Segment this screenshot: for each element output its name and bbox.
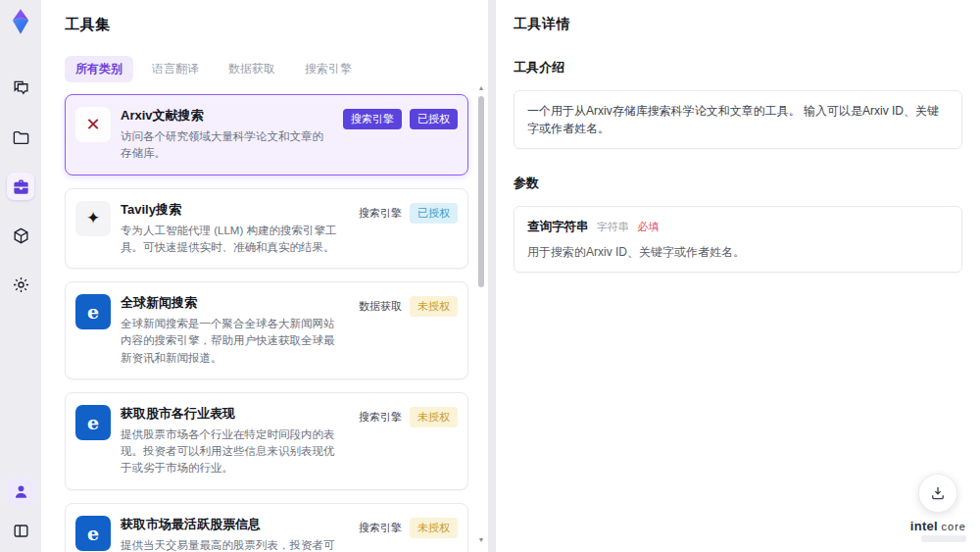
app-window: 工具集 所有类别 语言翻译 数据获取 搜索引擎 ✕ Arxiv文献搜索 访问各个… xyxy=(0,0,980,552)
tool-name: 全球新闻搜索 xyxy=(121,294,349,312)
category-badge: 搜索引擎 xyxy=(359,518,402,538)
tab-language-translation[interactable]: 语言翻译 xyxy=(141,56,210,82)
toolbox-icon[interactable] xyxy=(7,173,34,200)
tool-description: 全球新闻搜索是一个聚合全球各大新闻网站内容的搜索引擎，帮助用户快速获取全球最新资… xyxy=(121,316,349,367)
tool-card-sector-performance[interactable]: e 获取股市各行业表现 提供股票市场各个行业在特定时间段内的表现。投资者可以利用… xyxy=(65,392,468,490)
chat-icon[interactable] xyxy=(7,75,34,102)
param-type: 字符串 xyxy=(597,221,629,232)
param-name: 查询字符串 xyxy=(527,220,589,233)
param-required-badge: 必填 xyxy=(637,221,659,232)
stock-blue-icon: e xyxy=(75,405,111,440)
news-blue-icon: e xyxy=(75,294,111,329)
gear-icon[interactable] xyxy=(7,271,34,298)
tool-description: 专为人工智能代理 (LLM) 构建的搜索引擎工具。可快速提供实时、准确和真实的结… xyxy=(121,223,349,257)
intel-core-logo: intel core xyxy=(910,519,966,533)
tool-name: Tavily搜索 xyxy=(121,201,349,219)
param-box: 查询字符串 字符串 必填 用于搜索的Arxiv ID、关键字或作者姓名。 xyxy=(514,206,962,273)
corner-widgets: intel core xyxy=(910,474,966,542)
download-button[interactable] xyxy=(918,474,957,513)
auth-badge: 未授权 xyxy=(410,296,458,317)
intel-logo-subtext xyxy=(921,535,966,542)
cube-icon[interactable] xyxy=(7,222,34,249)
user-icon[interactable] xyxy=(7,477,34,505)
stock-blue-icon: e xyxy=(75,516,111,551)
scroll-down-icon[interactable]: ▼ xyxy=(478,536,485,544)
tab-search-engine[interactable]: 搜索引擎 xyxy=(294,56,363,82)
category-badge: 搜索引擎 xyxy=(359,203,402,224)
tool-description: 访问各个研究领域大量科学论文和文章的存储库。 xyxy=(121,128,333,163)
params-heading: 参数 xyxy=(514,175,962,192)
scrollbar-thumb[interactable] xyxy=(478,96,484,287)
tab-all-categories[interactable]: 所有类别 xyxy=(65,56,133,82)
layout-panel-icon[interactable] xyxy=(7,517,34,544)
arxiv-icon: ✕ xyxy=(75,107,111,142)
tool-intro-box: 一个用于从Arxiv存储库搜索科学论文和文章的工具。 输入可以是Arxiv ID… xyxy=(514,90,962,149)
tool-name: Arxiv文献搜索 xyxy=(121,107,333,125)
tool-name: 获取股市各行业表现 xyxy=(121,405,349,423)
page-title: 工具集 xyxy=(65,16,488,34)
details-title: 工具详情 xyxy=(514,16,962,33)
tool-description: 提供股票市场各个行业在特定时间段内的表现。投资者可以利用这些信息来识别表现优于或… xyxy=(121,427,349,477)
tool-details-panel: 工具详情 工具介绍 一个用于从Arxiv存储库搜索科学论文和文章的工具。 输入可… xyxy=(496,0,980,552)
category-badge: 搜索引擎 xyxy=(359,407,402,427)
auth-badge: 未授权 xyxy=(410,518,458,538)
auth-badge: 已授权 xyxy=(410,109,458,129)
tool-card-tavily[interactable]: ✦ Tavily搜索 专为人工智能代理 (LLM) 构建的搜索引擎工具。可快速提… xyxy=(65,188,468,270)
tab-data-fetch[interactable]: 数据获取 xyxy=(218,56,286,82)
auth-badge: 未授权 xyxy=(410,407,458,427)
sparkle-icon: ✦ xyxy=(75,201,111,236)
list-scrollbar[interactable]: ▲ ▼ xyxy=(476,84,486,544)
scroll-up-icon[interactable]: ▲ xyxy=(478,84,485,92)
param-header: 查询字符串 字符串 必填 xyxy=(527,218,949,236)
tool-description: 提供当天交易量最高的股票列表，投资者可以利用这些信息来识别流动性强的股票和潜在的… xyxy=(121,537,349,552)
tools-panel: 工具集 所有类别 语言翻译 数据获取 搜索引擎 ✕ Arxiv文献搜索 访问各个… xyxy=(41,0,488,552)
tool-card-global-news[interactable]: e 全球新闻搜索 全球新闻搜索是一个聚合全球各大新闻网站内容的搜索引擎，帮助用户… xyxy=(65,281,468,379)
param-description: 用于搜索的Arxiv ID、关键字或作者姓名。 xyxy=(527,243,949,261)
app-logo-gem-icon xyxy=(7,8,34,35)
tool-card-active-stocks[interactable]: e 获取市场最活跃股票信息 提供当天交易量最高的股票列表，投资者可以利用这些信息… xyxy=(65,503,468,552)
category-tabs: 所有类别 语言翻译 数据获取 搜索引擎 xyxy=(65,56,488,82)
tool-name: 获取市场最活跃股票信息 xyxy=(121,516,349,533)
folder-icon[interactable] xyxy=(7,124,34,151)
category-badge: 搜索引擎 xyxy=(343,109,402,129)
category-badge: 数据获取 xyxy=(359,296,402,317)
icon-rail xyxy=(0,0,41,552)
tool-card-arxiv[interactable]: ✕ Arxiv文献搜索 访问各个研究领域大量科学论文和文章的存储库。 搜索引擎 … xyxy=(65,94,468,176)
auth-badge: 已授权 xyxy=(410,203,458,224)
intro-heading: 工具介绍 xyxy=(514,59,962,76)
tool-list: ✕ Arxiv文献搜索 访问各个研究领域大量科学论文和文章的存储库。 搜索引擎 … xyxy=(65,94,488,552)
